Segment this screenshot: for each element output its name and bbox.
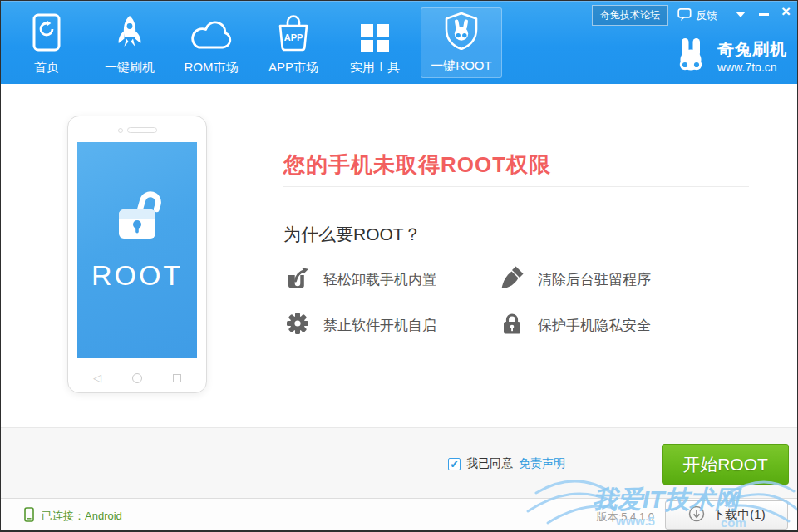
recent-square-icon [173, 374, 181, 382]
phone-refresh-icon [32, 13, 62, 55]
version-label: 版本:5.4.1.0 [597, 510, 654, 525]
feature-privacy: 保护手机隐私安全 [500, 311, 651, 339]
speech-bubble-icon [677, 7, 692, 24]
brush-icon [500, 265, 525, 293]
screen-root-text: ROOT [91, 259, 183, 292]
app-window: 首页 一键刷机 ROM市场 [0, 0, 798, 532]
logo-title: 奇兔刷机 [717, 38, 787, 61]
status-bar: 已连接：Android 版本:5.4.1.0 下载中(1) [1, 498, 797, 530]
download-status-button[interactable]: 下载中(1) [665, 500, 788, 530]
feature-label: 轻松卸载手机内置 [323, 270, 436, 289]
feature-label: 清除后台驻留程序 [538, 270, 651, 289]
disclaimer-link[interactable]: 免责声明 [519, 456, 565, 471]
home-circle-icon [132, 373, 142, 383]
tab-root-label: 一键ROOT [431, 59, 491, 71]
page-title: 您的手机未取得ROOT权限 [283, 150, 551, 180]
tab-one-key-flash[interactable]: 一键刷机 [89, 8, 170, 79]
tab-rom-market[interactable]: ROM市场 [170, 8, 252, 79]
feedback-label: 反馈 [696, 8, 717, 23]
phone-nav-bar: ◁ [93, 372, 181, 383]
back-triangle-icon: ◁ [93, 372, 101, 383]
feedback-button[interactable]: 反馈 [677, 7, 717, 24]
tab-tools-label: 实用工具 [350, 61, 400, 73]
tab-app-label: APP市场 [268, 61, 318, 73]
header-bar: 首页 一键刷机 ROM市场 [1, 1, 797, 84]
tab-rom-label: ROM市场 [185, 61, 239, 73]
agreement-row: 我已同意 免责声明 [448, 456, 565, 471]
lock-icon [500, 311, 525, 339]
tab-home[interactable]: 首页 [16, 8, 77, 79]
phone-screen: ROOT [77, 142, 197, 358]
phone-connected-icon [24, 507, 34, 525]
uninstall-icon [285, 265, 310, 293]
tab-utilities[interactable]: 实用工具 [334, 8, 416, 79]
feature-uninstall: 轻松卸载手机内置 [285, 265, 500, 293]
cloud-icon [189, 20, 234, 55]
download-circle-icon [687, 505, 706, 525]
tab-flash-label: 一键刷机 [105, 61, 155, 73]
grid-icon [361, 24, 389, 52]
camera-dot [118, 128, 123, 133]
feature-label: 禁止软件开机自启 [323, 316, 436, 335]
divider-line [283, 186, 749, 187]
chevron-down-icon[interactable] [736, 12, 746, 17]
feature-list: 轻松卸载手机内置 清除后台驻留程序 [285, 265, 651, 339]
agree-label: 我已同意 [466, 456, 513, 471]
gear-icon [285, 311, 310, 339]
action-bar: 我已同意 免责声明 开始ROOT [1, 427, 797, 498]
start-root-button[interactable]: 开始ROOT [662, 444, 789, 485]
close-button[interactable]: × [781, 3, 791, 20]
agree-checkbox[interactable] [448, 458, 461, 470]
why-root-heading: 为什么要ROOT？ [283, 223, 421, 246]
tab-app-market[interactable]: APP APP市场 [253, 8, 334, 79]
shield-rabbit-icon [443, 12, 480, 53]
unlocked-padlock-icon [110, 185, 165, 248]
app-logo: 奇兔刷机 www.7to.cn [672, 35, 787, 76]
speaker-slot [127, 127, 157, 133]
logo-url: www.7to.cn [717, 61, 787, 74]
connection-status: 已连接：Android [24, 507, 122, 525]
download-label: 下载中(1) [712, 507, 765, 523]
feature-label: 保护手机隐私安全 [538, 316, 651, 335]
tab-one-key-root[interactable]: 一键ROOT [421, 7, 502, 78]
rabbit-logo-icon [672, 35, 710, 76]
phone-illustration: ROOT ◁ [67, 116, 207, 393]
minimize-button[interactable] [759, 13, 769, 16]
feature-autostart: 禁止软件开机自启 [285, 311, 500, 339]
tab-home-label: 首页 [34, 61, 59, 73]
app-bag-icon: APP [273, 13, 313, 55]
svg-text:APP: APP [284, 32, 303, 42]
connection-text: 已连接：Android [42, 509, 122, 524]
forum-button[interactable]: 奇兔技术论坛 [592, 5, 668, 26]
phone-earpiece [68, 127, 206, 133]
rocket-icon [113, 15, 146, 55]
main-content: ROOT ◁ 您的手机未取得ROOT权限 为什么要ROOT？ 轻松 [1, 84, 797, 427]
feature-clean: 清除后台驻留程序 [500, 265, 651, 293]
